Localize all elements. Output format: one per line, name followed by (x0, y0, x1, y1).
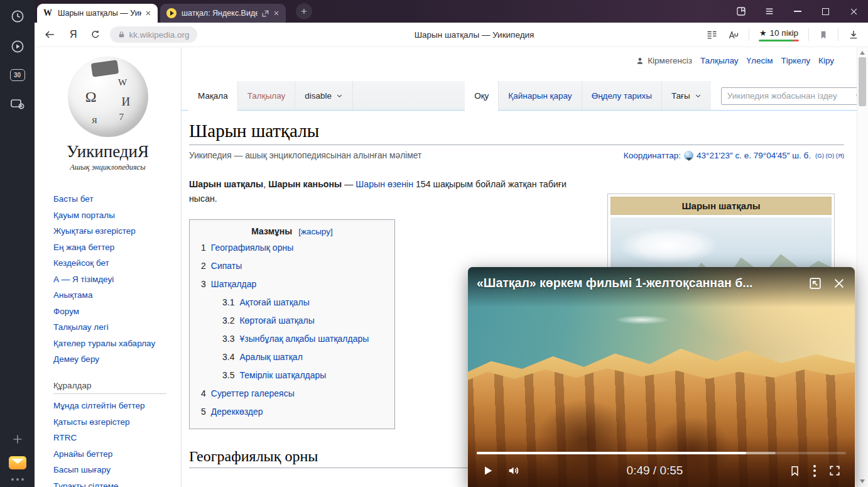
chevron-down-icon (336, 92, 343, 99)
video-favicon-icon (166, 8, 176, 18)
page-scrollbar[interactable] (857, 47, 868, 487)
history-clock-icon[interactable] (10, 9, 25, 24)
restore-to-tab-icon[interactable] (808, 276, 822, 290)
chevron-down-icon (695, 92, 702, 99)
translate-icon[interactable] (727, 30, 739, 40)
calendar-icon[interactable]: 30 (10, 69, 25, 81)
site-reviews-button[interactable]: ★ 10 пікір (759, 28, 799, 41)
bookmark-button[interactable] (783, 465, 807, 477)
address-bar[interactable]: kk.wikipedia.org (110, 26, 197, 43)
browser-side-rail: 30 (0, 0, 35, 487)
nav-right-cluster: ★ 10 пікір (706, 28, 859, 41)
tab-history[interactable]: Өңделу тарихы (582, 81, 661, 111)
infobox-title: Шарын шатқалы (610, 197, 832, 215)
browser-nav-bar: Я kk.wikipedia.org Шарын шатқалы — Уикип… (35, 23, 868, 47)
sidebar-item-donate[interactable]: Демеу беру (53, 354, 168, 364)
tab-more-dropdown[interactable]: Тағы (661, 81, 711, 111)
tab-view-source[interactable]: Қайнарын қарау (498, 81, 581, 111)
reload-button[interactable] (90, 29, 101, 40)
coordinates-label[interactable]: Координаттар: (624, 151, 681, 160)
sidebar-item-discussion-feed[interactable]: Талқылау легі (53, 322, 168, 332)
tab-read[interactable]: Оқу (465, 81, 498, 111)
scroll-up-arrow[interactable] (857, 48, 867, 57)
new-tab-button[interactable] (296, 3, 312, 19)
tab-wikipedia[interactable]: W Шарын шатқалы — Уик (37, 4, 158, 23)
scroll-down-arrow[interactable] (857, 477, 867, 486)
more-options-icon[interactable] (11, 478, 24, 481)
tab-yandex-video[interactable]: шатқал: Яндекс.Виде (160, 4, 286, 23)
tab-title: Шарын шатқалы — Уик (58, 9, 141, 18)
personal-link-login[interactable]: Кіру (818, 56, 834, 65)
close-window-button[interactable] (840, 0, 868, 23)
downloads-icon[interactable] (848, 29, 859, 40)
sidebar-item-new-pages[interactable]: Ең жаңа беттер (53, 242, 168, 253)
tab-panel-icon[interactable] (727, 0, 755, 23)
toc-item: 3.2Көртоғай шатқалы (222, 312, 383, 330)
wikipedia-logo[interactable]: Ω W И 7 Я (68, 57, 148, 137)
maximize-button[interactable] (811, 0, 840, 23)
sidebar-item-report-errors[interactable]: Қателер туралы хабарлау (53, 338, 168, 349)
screenshot-icon[interactable] (9, 96, 26, 111)
back-button[interactable] (43, 28, 56, 41)
sidebar-item-help[interactable]: Анықтама (53, 290, 168, 300)
wiki-nav-links: Басты бет Қауым порталы Жуықтағы өзгеріс… (53, 194, 168, 364)
video-progress-bar[interactable] (477, 452, 846, 454)
yandex-mail-icon[interactable] (9, 456, 26, 469)
tab-variant-empty[interactable] (352, 81, 465, 111)
close-pip-icon[interactable] (832, 276, 846, 290)
table-of-contents: Мазмұны [жасыру] 1Географиялық орны 2Сип… (189, 219, 395, 429)
pip-video-player: «Шатқал» көркем фильмі 1-желтоқсаннан б.… (468, 267, 855, 487)
tools-item-permanent-link[interactable]: Тұрақты сілтеме (53, 481, 168, 487)
yandex-button[interactable]: Я (70, 29, 77, 40)
personal-link-register[interactable]: Тіркелу (781, 56, 811, 65)
add-panel-icon[interactable] (11, 432, 24, 446)
sidebar-item-main-page[interactable]: Басты бет (53, 194, 168, 204)
tools-item-special-pages[interactable]: Арнайы беттер (53, 449, 168, 459)
tab-talk[interactable]: Талқылау (237, 81, 295, 111)
pip-controls: 0:49 / 0:55 (475, 458, 847, 483)
sidebar-item-random-page[interactable]: Кездейсоқ бет (53, 258, 168, 268)
tools-item-related-changes[interactable]: Қатысты өзгерістер (53, 417, 168, 427)
charyn-river-link[interactable]: Шарын өзенін (355, 179, 413, 189)
globe-icon[interactable] (684, 151, 693, 160)
search-input[interactable] (721, 87, 868, 105)
toc-hide-link[interactable]: [жасыру] (298, 227, 333, 236)
cloud-art (615, 315, 669, 324)
sidebar-item-community-portal[interactable]: Қауым порталы (53, 210, 168, 221)
toc-item: 5Дереккөздер (201, 403, 383, 421)
wiki-sidebar: Ω W И 7 Я УикипедиЯ Ашық энциклопедиясы … (35, 47, 181, 487)
tab-disable-dropdown[interactable]: disable (295, 81, 352, 111)
video-title: «Шатқал» көркем фильмі 1-желтоқсаннан б.… (477, 276, 798, 290)
toc-item: 3.1Ақтоғай шатқалы (222, 293, 383, 312)
coordinates-value[interactable]: 43°21′23″ с. е. 79°04′45″ ш. б. (697, 151, 811, 160)
personal-link-talk[interactable]: Талқылау (700, 56, 739, 65)
sidebar-item-recent-changes[interactable]: Жуықтағы өзгерістер (53, 226, 168, 236)
tools-item-print[interactable]: Басып шығару (53, 464, 168, 475)
tab-popout-icon[interactable] (261, 9, 269, 18)
fullscreen-button[interactable] (822, 464, 847, 477)
volume-button[interactable] (501, 464, 527, 478)
personal-link-contributions[interactable]: Үлесім (747, 56, 773, 65)
browser-tab-bar: W Шарын шатқалы — Уик шатқал: Яндекс.Вид… (35, 0, 868, 23)
tab-close-icon[interactable] (273, 10, 279, 16)
video-play-icon[interactable] (10, 39, 25, 54)
more-options-button[interactable] (807, 465, 822, 477)
page-title: Шарын шатқалы (189, 121, 844, 145)
tab-close-icon[interactable] (145, 10, 151, 16)
play-button[interactable] (475, 464, 501, 477)
played-segment (477, 452, 746, 454)
pip-title-bar: «Шатқал» көркем фильмі 1-желтоқсаннан б.… (468, 267, 855, 307)
sidebar-item-forum[interactable]: Форум (53, 306, 168, 317)
bookmark-flag-icon[interactable] (818, 30, 828, 40)
minimize-button[interactable] (783, 0, 811, 23)
menu-icon[interactable] (755, 0, 783, 23)
scrollbar-thumb[interactable] (859, 57, 866, 106)
tools-item-what-links-here[interactable]: Мұнда сілтейтін беттер (53, 400, 168, 411)
reader-mode-icon[interactable] (706, 30, 718, 40)
star-icon: ★ (759, 28, 767, 38)
coordinates-services[interactable]: (G) (O) (Я) (815, 152, 844, 159)
tab-title: шатқал: Яндекс.Виде (182, 9, 258, 18)
tab-article[interactable]: Мақала (188, 81, 237, 111)
tools-item-rtrc[interactable]: RTRC (53, 432, 168, 443)
sidebar-item-az-index[interactable]: А — Я тізімдеуі (53, 274, 168, 285)
